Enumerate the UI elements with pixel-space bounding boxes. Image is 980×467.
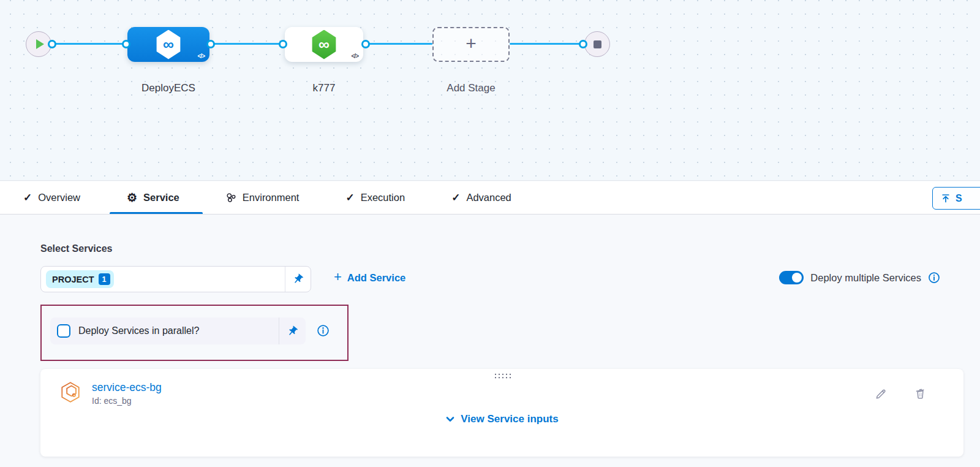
stage-config-tabbar: ✓ Overview ⚙ Service Environment ✓ Execu… <box>0 181 980 215</box>
plus-icon: + <box>466 34 477 53</box>
pin-icon <box>287 325 298 337</box>
stage-node-deployecs[interactable]: ∞ </> <box>127 27 209 62</box>
deploy-multiple-toggle[interactable] <box>779 271 804 284</box>
chip-scope-label: PROJECT <box>52 275 94 284</box>
play-icon <box>36 39 44 49</box>
drag-handle-icon[interactable] <box>493 372 511 379</box>
pin-icon <box>292 273 304 285</box>
harness-cd-icon: ∞ <box>311 30 337 59</box>
tab-advanced[interactable]: ✓ Advanced <box>451 181 511 214</box>
add-service-button[interactable]: + Add Service <box>334 271 405 284</box>
pipeline-canvas: ∞ </> ∞ </> + DeployECS k777 Add Stage <box>0 0 980 181</box>
edge-addstage-end <box>510 43 583 45</box>
environment-icon <box>226 192 236 203</box>
edge-k777-addstage <box>366 43 432 45</box>
service-name-link[interactable]: service-ecs-bg <box>92 381 162 394</box>
harness-cd-icon: ∞ <box>155 30 182 59</box>
pin-runtime-input-button[interactable] <box>285 267 311 292</box>
service-row: service-ecs-bg Id: ecs_bg <box>59 381 162 406</box>
tab-overview[interactable]: ✓ Overview <box>23 181 80 214</box>
select-services-input[interactable]: PROJECT 1 <box>40 266 311 292</box>
plus-icon: + <box>334 270 342 284</box>
service-tab-panel: Select Services PROJECT 1 + Add Service … <box>0 215 980 467</box>
view-service-inputs-button[interactable]: View Service inputs <box>40 413 963 425</box>
deploy-parallel-field: Deploy Services in parallel? <box>50 317 306 344</box>
connector-port <box>579 40 587 48</box>
service-id-text: Id: ecs_bg <box>92 396 162 406</box>
service-icon <box>59 381 82 404</box>
edit-service-button[interactable] <box>873 385 889 401</box>
tab-execution[interactable]: ✓ Execution <box>345 181 405 214</box>
stop-icon <box>594 40 601 48</box>
stage-label-deployecs: DeployECS <box>107 82 230 94</box>
chip-count-badge: 1 <box>99 273 110 285</box>
connector-port <box>48 40 56 48</box>
gear-icon: ⚙ <box>127 192 137 203</box>
info-icon[interactable] <box>317 324 330 340</box>
edge-start-deployecs <box>52 43 126 45</box>
connector-port <box>279 40 287 48</box>
code-badge-icon: </> <box>198 53 205 59</box>
pencil-icon <box>875 387 888 400</box>
trash-icon <box>914 387 927 400</box>
chevron-down-icon <box>445 414 455 424</box>
toggle-knob <box>792 273 802 283</box>
connector-port <box>122 40 130 48</box>
deploy-multiple-group: Deploy multiple Services <box>779 271 940 284</box>
annotation-highlight-box: Deploy Services in parallel? <box>40 305 349 361</box>
upload-icon <box>941 194 951 203</box>
info-icon[interactable] <box>928 271 940 284</box>
check-icon: ✓ <box>345 191 354 204</box>
connector-port <box>206 40 215 48</box>
select-services-label: Select Services <box>40 243 112 254</box>
deploy-parallel-checkbox[interactable] <box>57 324 70 338</box>
deploy-parallel-label: Deploy Services in parallel? <box>78 325 199 336</box>
check-icon: ✓ <box>23 191 32 204</box>
add-stage-button[interactable]: + <box>432 27 510 62</box>
pin-runtime-input-button[interactable] <box>279 317 306 344</box>
pipeline-end-node <box>584 31 610 57</box>
tab-environment[interactable]: Environment <box>226 181 300 214</box>
code-badge-icon: </> <box>352 53 358 59</box>
service-card: service-ecs-bg Id: ecs_bg View Se <box>40 369 963 457</box>
save-button[interactable]: S <box>932 187 980 210</box>
stage-label-k777: k777 <box>263 82 385 94</box>
connector-port <box>361 40 370 48</box>
stage-node-k777[interactable]: ∞ </> <box>285 27 363 62</box>
delete-service-button[interactable] <box>912 385 928 401</box>
edge-deployecs-k777 <box>211 43 283 45</box>
check-icon: ✓ <box>451 191 460 204</box>
stage-label-add-stage: Add Stage <box>410 82 532 94</box>
tab-service[interactable]: ⚙ Service <box>127 181 179 214</box>
selected-services-chip[interactable]: PROJECT 1 <box>46 270 114 288</box>
deploy-multiple-label: Deploy multiple Services <box>810 272 921 284</box>
